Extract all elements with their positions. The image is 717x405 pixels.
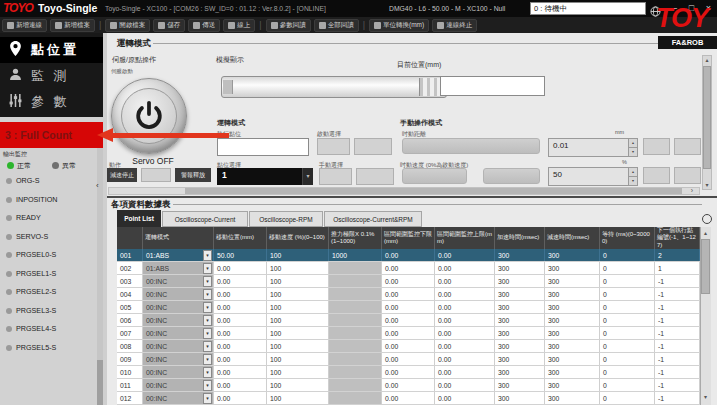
data-cell[interactable]: 1000 — [329, 249, 382, 261]
data-cell[interactable]: 300 — [545, 288, 600, 300]
scroll-up-icon[interactable]: ▴ — [702, 56, 712, 63]
data-cell[interactable]: -1 — [655, 314, 700, 326]
mode-cell[interactable]: 00:INC▾ — [143, 366, 214, 378]
blank-action-button[interactable] — [141, 168, 171, 182]
data-cell[interactable]: 300 — [545, 275, 600, 287]
data-cell[interactable]: 300 — [545, 301, 600, 313]
data-cell[interactable]: 300 — [495, 340, 545, 352]
stepper-arrows[interactable]: ▴▾ — [628, 168, 637, 185]
mode-cell[interactable]: 01:ABS▾ — [143, 262, 214, 274]
data-cell[interactable]: 50.00 — [214, 249, 267, 261]
data-cell[interactable]: 0.00 — [382, 392, 435, 404]
data-cell[interactable]: 0.00 — [382, 340, 435, 352]
tab-oscilloscope-rpm[interactable]: Oscilloscope-RPM — [249, 211, 323, 227]
data-cell[interactable]: 300 — [495, 275, 545, 287]
data-cell[interactable]: 0 — [600, 327, 655, 339]
table-row[interactable]: 00300:INC▾0.001000.000.003003000-1 — [117, 275, 700, 288]
table-row[interactable]: 00900:INC▾0.001000.000.003003000-1 — [117, 353, 700, 366]
data-cell[interactable] — [329, 314, 382, 326]
data-cell[interactable]: 300 — [495, 288, 545, 300]
data-cell[interactable]: 0.00 — [214, 327, 267, 339]
data-cell[interactable]: 300 — [495, 314, 545, 326]
data-cell[interactable]: 300 — [495, 353, 545, 365]
panel-hscrollbar-thumb[interactable] — [185, 188, 682, 194]
scroll-down-icon[interactable]: ▾ — [702, 181, 712, 188]
start-select-button-2[interactable] — [354, 138, 392, 155]
jog-plus-button[interactable] — [674, 138, 701, 155]
table-scrollbar-thumb[interactable] — [701, 239, 710, 294]
data-cell[interactable]: 300 — [495, 262, 545, 274]
data-cell[interactable]: 300 — [545, 340, 600, 352]
data-cell[interactable]: 0.00 — [214, 379, 267, 391]
step-down-icon[interactable]: ▾ — [629, 177, 637, 185]
data-cell[interactable]: 0.00 — [382, 353, 435, 365]
data-cell[interactable]: 0 — [600, 366, 655, 378]
data-cell[interactable]: 0.00 — [214, 340, 267, 352]
data-cell[interactable]: 0 — [600, 262, 655, 274]
data-cell[interactable]: 300 — [545, 353, 600, 365]
mode-dropdown-icon[interactable]: ▾ — [203, 250, 212, 261]
current-position-field[interactable] — [440, 76, 545, 96]
data-cell[interactable]: -1 — [655, 288, 700, 300]
data-cell[interactable]: 0.00 — [214, 366, 267, 378]
data-cell[interactable]: -1 — [655, 275, 700, 287]
mode-cell[interactable]: 00:INC▾ — [143, 314, 214, 326]
status-field[interactable]: 0 : 待機中 — [530, 2, 646, 15]
mode-cell[interactable]: 00:INC▾ — [143, 275, 214, 287]
data-cell[interactable]: 0 — [600, 288, 655, 300]
tab-oscilloscope-current[interactable]: Oscilloscope-Current — [162, 211, 248, 227]
tab-point-list[interactable]: Point List — [117, 210, 161, 227]
jog-distance-slider[interactable] — [402, 138, 540, 154]
mode-cell[interactable]: 01:ABS▾ — [143, 249, 214, 261]
table-scroll-down-icon[interactable]: ▾ — [700, 393, 711, 400]
data-cell[interactable]: -1 — [655, 340, 700, 352]
data-cell[interactable]: -1 — [655, 327, 700, 339]
data-cell[interactable]: 0 — [600, 379, 655, 391]
panel-scrollbar-thumb[interactable] — [703, 66, 711, 169]
chevron-down-icon[interactable]: ▾ — [302, 168, 313, 185]
jog-speed-slider-right[interactable] — [483, 168, 540, 184]
data-cell[interactable]: 0.00 — [435, 340, 495, 352]
mode-cell[interactable]: 00:INC▾ — [143, 379, 214, 391]
data-cell[interactable]: 0.00 — [435, 249, 495, 261]
data-cell[interactable]: 0.00 — [382, 379, 435, 391]
data-cell[interactable]: 300 — [545, 327, 600, 339]
data-cell[interactable]: 100 — [267, 301, 329, 313]
data-cell[interactable]: 0.00 — [382, 275, 435, 287]
data-cell[interactable]: 300 — [495, 249, 545, 261]
data-cell[interactable]: 0 — [600, 301, 655, 313]
data-cell[interactable]: 0.00 — [382, 249, 435, 261]
table-row[interactable]: 01000:INC▾0.001000.000.003003000-1 — [117, 366, 700, 379]
mode-dropdown-icon[interactable]: ▾ — [203, 354, 212, 365]
table-row[interactable]: 00101:ABS▾50.0010010000.000.0030030002 — [117, 249, 700, 262]
data-cell[interactable]: 300 — [545, 392, 600, 404]
alarm-release-button[interactable]: 警報釋放 — [175, 168, 211, 182]
mode-dropdown-icon[interactable]: ▾ — [203, 380, 212, 391]
data-cell[interactable]: 100 — [267, 262, 329, 274]
toolbar-button-0-1[interactable]: 新增檔案 — [50, 19, 95, 32]
data-cell[interactable]: 0.00 — [382, 327, 435, 339]
mode-cell[interactable]: 00:INC▾ — [143, 301, 214, 313]
data-cell[interactable]: 100 — [267, 314, 329, 326]
data-cell[interactable]: 300 — [495, 392, 545, 404]
speed-plus-button[interactable] — [674, 167, 701, 184]
mode-dropdown-icon[interactable]: ▾ — [203, 276, 212, 287]
mode-dropdown-icon[interactable]: ▾ — [203, 302, 212, 313]
table-row[interactable]: 01100:INC▾0.001000.000.003003000-1 — [117, 379, 700, 392]
jog-speed-slider-left[interactable] — [402, 168, 467, 184]
data-cell[interactable]: 100 — [267, 327, 329, 339]
start-select-button-1[interactable] — [317, 138, 350, 155]
data-cell[interactable]: 0 — [600, 275, 655, 287]
data-cell[interactable]: 0.00 — [435, 327, 495, 339]
table-row[interactable]: 00600:INC▾0.001000.000.003003000-1 — [117, 314, 700, 327]
mode-dropdown-icon[interactable]: ▾ — [203, 263, 212, 274]
mode-dropdown-icon[interactable]: ▾ — [203, 367, 212, 378]
data-cell[interactable]: 300 — [495, 301, 545, 313]
data-cell[interactable]: 0.00 — [214, 392, 267, 404]
decelerate-stop-button[interactable]: 減速停止 — [107, 168, 137, 182]
servo-power-button[interactable] — [111, 78, 187, 154]
mode-cell[interactable]: 00:INC▾ — [143, 288, 214, 300]
tab-oscilloscope-current-rpm[interactable]: Oscilloscope-Current&RPM — [324, 211, 422, 227]
data-cell[interactable]: 0 — [600, 340, 655, 352]
nav-item-point-position[interactable]: 點位置 — [0, 37, 103, 63]
